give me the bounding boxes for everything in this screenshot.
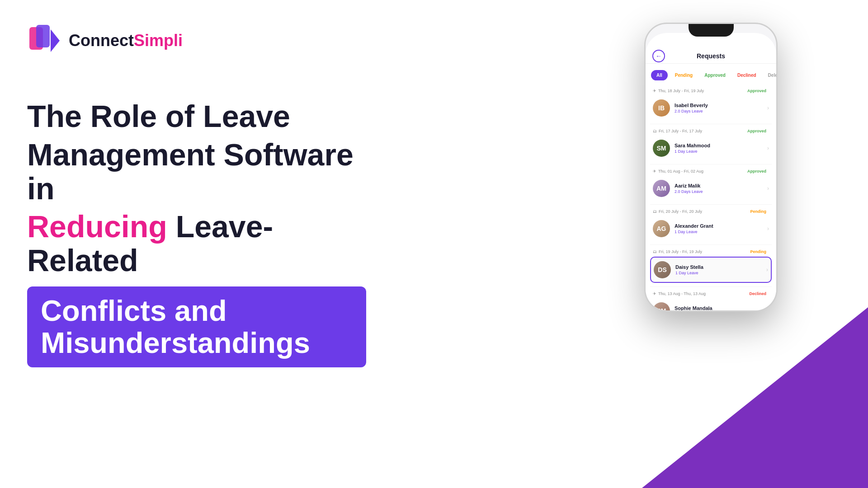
headline-box-text: Conflicts and Misunderstandings: [41, 295, 353, 359]
logo-text: ConnectSimpli: [69, 31, 183, 50]
back-icon: ←: [656, 52, 662, 60]
avatar-sara: SM: [653, 140, 670, 157]
request-name-1: Isabel Beverly: [675, 103, 763, 108]
request-info-5: Daisy Stella 1 Day Leave: [675, 264, 762, 275]
briefcase-icon-4: 🗂: [653, 209, 657, 214]
headline-line2: Management Software in: [27, 138, 366, 206]
separator-4: [650, 244, 772, 245]
request-date-5: 🗂 Fri, 19 July - Fri, 19 July: [653, 249, 702, 254]
request-date-4: 🗂 Fri, 20 July - Fri, 20 July: [653, 209, 702, 214]
request-date-header-2: 🗂 Fri, 17 July - Fri, 17 July Approved: [650, 126, 772, 136]
request-name-6: Sophie Mandala: [675, 305, 763, 310]
chevron-icon-4: ›: [767, 225, 769, 232]
main-content: The Role of Leave Management Software in…: [27, 99, 366, 367]
phone-container: ← Requests All Pending Approved Declined…: [644, 23, 778, 312]
phone-screen: ← Requests All Pending Approved Declined…: [646, 33, 776, 310]
list-item[interactable]: DS Daisy Stella 1 Day Leave ›: [650, 257, 772, 283]
phone-notch: [689, 24, 734, 37]
list-item[interactable]: SM Sophie Mandala 1 Day Leave ›: [650, 299, 772, 310]
logo-icon: [27, 23, 63, 59]
request-name-2: Sara Mahmood: [675, 143, 763, 148]
list-item[interactable]: AM Aariz Malik 2.0 Days Leave ›: [650, 176, 772, 201]
filter-all[interactable]: All: [651, 70, 668, 80]
list-item[interactable]: SM Sara Mahmood 1 Day Leave ›: [650, 136, 772, 160]
bg-triangle: [642, 307, 868, 488]
date-text-6: Thu, 13 Aug - Thu, 13 Aug: [658, 291, 706, 296]
request-date-2: 🗂 Fri, 17 July - Fri, 17 July: [653, 129, 702, 133]
status-badge-4: Pending: [748, 208, 769, 215]
app-title: Requests: [697, 52, 725, 60]
request-leave-5: 1 Day Leave: [675, 271, 762, 275]
request-date-header-4: 🗂 Fri, 20 July - Fri, 20 July Pending: [650, 206, 772, 216]
separator-2: [650, 164, 772, 164]
filter-deleted[interactable]: Deleted: [764, 71, 776, 80]
list-item[interactable]: AG Alexander Grant 1 Day Leave ›: [650, 216, 772, 241]
avatar-aariz: AM: [653, 180, 670, 197]
briefcase-icon-2: 🗂: [653, 129, 657, 133]
request-name-3: Aariz Malik: [675, 183, 763, 188]
status-badge-1: Approved: [745, 88, 769, 94]
request-date-header-5: 🗂 Fri, 19 July - Fri, 19 July Pending: [650, 247, 772, 257]
date-text-4: Fri, 20 July - Fri, 20 July: [659, 209, 702, 214]
status-badge-3: Approved: [745, 168, 769, 174]
plane-icon-6: ✈: [653, 291, 656, 296]
request-group-3: ✈ Thu, 01 Aug - Fri, 02 Aug Approved AM …: [650, 166, 772, 201]
chevron-icon-3: ›: [767, 185, 769, 192]
avatar-sophie: SM: [653, 302, 670, 310]
chevron-icon-6: ›: [767, 308, 769, 310]
logo: ConnectSimpli: [27, 23, 183, 59]
request-info-2: Sara Mahmood 1 Day Leave: [675, 143, 763, 154]
logo-connect: Connect: [69, 31, 134, 50]
request-group-4: 🗂 Fri, 20 July - Fri, 20 July Pending AG…: [650, 206, 772, 241]
headline-line3: Reducing Leave-Related: [27, 210, 366, 277]
headline-line1: The Role of Leave: [27, 99, 366, 133]
app-header: ← Requests: [646, 49, 776, 64]
request-info-1: Isabel Beverly 2.0 Days Leave: [675, 103, 763, 113]
separator-3: [650, 204, 772, 205]
headline-reducing: Reducing: [27, 209, 167, 244]
request-leave-2: 1 Day Leave: [675, 149, 763, 154]
request-info-4: Alexander Grant 1 Day Leave: [675, 223, 763, 234]
status-badge-6: Declined: [746, 291, 769, 297]
headline-box: Conflicts and Misunderstandings: [27, 286, 366, 367]
request-group-6: ✈ Thu, 13 Aug - Thu, 13 Aug Declined SM …: [650, 289, 772, 310]
avatar-alexander: AG: [653, 220, 670, 237]
date-text-1: Thu, 18 July - Fri, 19 July: [658, 89, 704, 93]
briefcase-icon-5: 🗂: [653, 249, 657, 254]
svg-rect-1: [36, 25, 50, 47]
request-group-1: ✈ Thu, 18 July - Fri, 19 July Approved I…: [650, 86, 772, 120]
plane-icon-3: ✈: [653, 169, 656, 174]
date-text-3: Thu, 01 Aug - Fri, 02 Aug: [658, 169, 703, 174]
separator-1: [650, 124, 772, 124]
chevron-icon-5: ›: [766, 267, 768, 273]
chevron-icon-1: ›: [767, 105, 769, 111]
request-date-3: ✈ Thu, 01 Aug - Fri, 02 Aug: [653, 169, 703, 174]
date-text-2: Fri, 17 July - Fri, 17 July: [659, 129, 702, 133]
status-badge-2: Approved: [745, 128, 769, 134]
request-group-2: 🗂 Fri, 17 July - Fri, 17 July Approved S…: [650, 126, 772, 160]
request-date-6: ✈ Thu, 13 Aug - Thu, 13 Aug: [653, 291, 706, 296]
request-leave-4: 1 Day Leave: [675, 230, 763, 234]
date-text-5: Fri, 19 July - Fri, 19 July: [659, 249, 702, 254]
plane-icon-1: ✈: [653, 89, 656, 93]
logo-simpli: Simpli: [134, 31, 183, 50]
chevron-icon-2: ›: [767, 145, 769, 151]
list-item[interactable]: IB Isabel Beverly 2.0 Days Leave ›: [650, 96, 772, 120]
request-name-4: Alexander Grant: [675, 223, 763, 229]
filter-approved[interactable]: Approved: [700, 71, 730, 80]
request-leave-1: 2.0 Days Leave: [675, 109, 763, 113]
svg-marker-2: [51, 29, 60, 52]
request-info-6: Sophie Mandala 1 Day Leave: [675, 305, 763, 310]
avatar-daisy: DS: [654, 261, 671, 278]
request-date-header-6: ✈ Thu, 13 Aug - Thu, 13 Aug Declined: [650, 289, 772, 299]
filter-pending[interactable]: Pending: [670, 71, 697, 80]
filter-declined[interactable]: Declined: [733, 71, 761, 80]
back-button[interactable]: ←: [652, 50, 665, 62]
request-leave-3: 2.0 Days Leave: [675, 189, 763, 194]
request-name-5: Daisy Stella: [675, 264, 762, 270]
separator-5: [650, 286, 772, 287]
request-list: ✈ Thu, 18 July - Fri, 19 July Approved I…: [646, 86, 776, 310]
request-info-3: Aariz Malik 2.0 Days Leave: [675, 183, 763, 194]
phone-frame: ← Requests All Pending Approved Declined…: [644, 23, 778, 312]
filter-tabs: All Pending Approved Declined Deleted: [646, 67, 776, 83]
